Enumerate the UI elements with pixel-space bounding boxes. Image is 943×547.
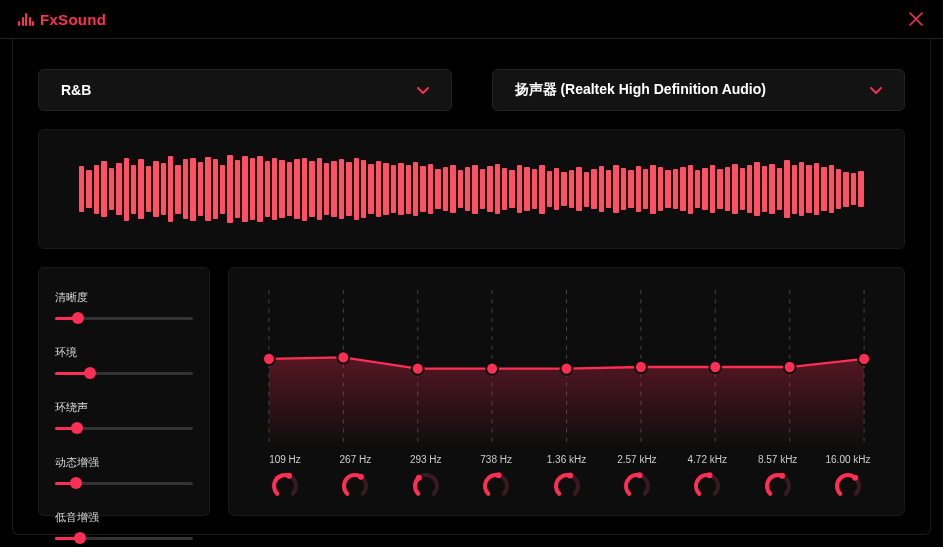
effect-row: 动态增强 [55, 455, 193, 488]
visualizer-bar [591, 169, 596, 210]
visualizer-bar [836, 169, 841, 210]
preset-select[interactable]: R&B [38, 69, 452, 111]
eq-gain-knob[interactable] [692, 471, 722, 501]
visualizer-bar [584, 172, 589, 207]
chevron-down-icon [870, 82, 882, 98]
output-device-select[interactable]: 扬声器 (Realtek High Definition Audio) [492, 69, 906, 111]
eq-frequency-label: 8.57 kHz [758, 454, 797, 465]
eq-node[interactable] [263, 353, 275, 365]
eq-node[interactable] [784, 361, 796, 373]
visualizer-bar [116, 163, 121, 216]
eq-band: 109 Hz [259, 454, 311, 501]
visualizer-bar [851, 173, 856, 205]
visualizer-bar [190, 158, 195, 221]
eq-frequency-label: 16.00 kHz [825, 454, 870, 465]
eq-node[interactable] [412, 362, 424, 374]
eq-frequency-label: 4.72 kHz [688, 454, 727, 465]
svg-point-9 [286, 473, 292, 479]
eq-gain-knob[interactable] [622, 471, 652, 501]
eq-gain-knob[interactable] [481, 471, 511, 501]
eq-node[interactable] [709, 361, 721, 373]
visualizer-bar [443, 167, 448, 210]
visualizer-bar [213, 159, 218, 219]
visualizer-bar [168, 156, 173, 223]
close-button[interactable] [907, 10, 925, 28]
visualizer-bar [220, 165, 225, 214]
eq-gain-knob[interactable] [763, 471, 793, 501]
visualizer-bar [539, 165, 544, 214]
eq-frequency-label: 738 Hz [480, 454, 512, 465]
visualizer-bar [376, 161, 381, 217]
equalizer-panel: 109 Hz267 Hz293 Hz738 Hz1.36 kHz2.57 kHz… [228, 267, 905, 516]
visualizer-bar [792, 165, 797, 214]
visualizer-bar [740, 168, 745, 210]
visualizer-bar [294, 159, 299, 219]
visualizer-bar [680, 167, 685, 212]
eq-node[interactable] [337, 351, 349, 363]
effect-slider[interactable] [55, 533, 193, 543]
visualizer-bar [547, 171, 552, 207]
visualizer-bar [814, 163, 819, 216]
eq-svg [259, 286, 874, 448]
visualizer-bar [420, 166, 425, 212]
effect-row: 低音增强 [55, 510, 193, 543]
visualizer-bar [517, 165, 522, 213]
visualizer-bar [250, 158, 255, 220]
visualizer-bar [227, 155, 232, 224]
visualizer-bar [799, 162, 804, 217]
visualizer-bar [383, 163, 388, 215]
eq-gain-knob[interactable] [340, 471, 370, 501]
eq-node[interactable] [635, 361, 647, 373]
svg-point-16 [779, 473, 785, 479]
visualizer-bar [302, 158, 307, 221]
app-logo: FxSound [18, 11, 106, 28]
main-content: R&B 扬声器 (Realtek High Definition Audio) … [12, 39, 931, 535]
eq-node[interactable] [561, 362, 573, 374]
effect-slider[interactable] [55, 368, 193, 378]
visualizer-bar [509, 170, 514, 209]
effect-label: 动态增强 [55, 455, 193, 470]
visualizer-bar [673, 169, 678, 210]
visualizer-bar [458, 170, 463, 209]
eq-gain-knob[interactable] [270, 471, 300, 501]
visualizer-bar [754, 162, 759, 217]
eq-node[interactable] [858, 353, 870, 365]
svg-point-17 [852, 475, 858, 481]
svg-point-14 [636, 472, 642, 478]
effect-row: 环境 [55, 345, 193, 378]
effect-slider[interactable] [55, 313, 193, 323]
visualizer-bar [242, 156, 247, 223]
eq-gain-knob[interactable] [411, 471, 441, 501]
visualizer-bar [688, 165, 693, 214]
visualizer-bar [398, 163, 403, 216]
visualizer-bar [101, 161, 106, 217]
effect-slider[interactable] [55, 423, 193, 433]
visualizer-bar [665, 170, 670, 209]
effect-slider[interactable] [55, 478, 193, 488]
effect-label: 低音增强 [55, 510, 193, 525]
visualizer-bar [131, 165, 136, 214]
eq-band: 8.57 kHz [752, 454, 804, 501]
eq-band: 1.36 kHz [541, 454, 593, 501]
visualizer-bar [554, 168, 559, 210]
visualizer-bar [599, 166, 604, 212]
logo-icon [18, 12, 34, 26]
eq-gain-knob[interactable] [552, 471, 582, 501]
eq-node[interactable] [486, 362, 498, 374]
eq-frequency-label: 109 Hz [269, 454, 301, 465]
visualizer-bar [480, 169, 485, 210]
visualizer-bar [658, 167, 663, 210]
eq-gain-knob[interactable] [833, 471, 863, 501]
svg-point-10 [358, 474, 364, 480]
title-bar: FxSound [0, 0, 943, 39]
visualizer-bar [354, 158, 359, 220]
visualizer-bar [806, 165, 811, 213]
eq-curve[interactable] [259, 286, 874, 448]
svg-point-15 [707, 472, 713, 478]
visualizer-bar [317, 158, 322, 220]
visualizer-bar [235, 160, 240, 217]
eq-band: 16.00 kHz [822, 454, 874, 501]
visualizer-bar [94, 165, 99, 214]
visualizer-bar [435, 169, 440, 208]
eq-frequency-label: 2.57 kHz [617, 454, 656, 465]
